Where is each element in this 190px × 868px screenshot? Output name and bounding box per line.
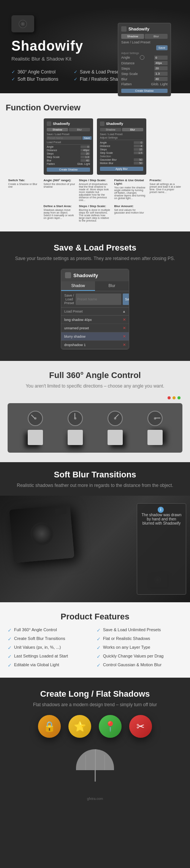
clock-hand-3 <box>155 418 160 418</box>
fp1-flatten-l: Flatten <box>47 163 55 165</box>
fp1-blur-l: Blur <box>47 159 51 162</box>
fp2-steps: Steps15 <box>100 148 143 151</box>
preset-save-button[interactable]: Save <box>123 294 129 305</box>
fp1-gl-l: Glob. Light <box>77 163 90 165</box>
feature-item-0: ✓ Full 360° Angle Control <box>8 627 93 633</box>
fp1-angle-v: 0 <box>81 145 90 148</box>
info-icon: i <box>158 507 164 513</box>
hero-panel: Shadowify Shadow Blur Save / Load Preset… <box>118 23 171 96</box>
hero-features-list: ✓ 360° Angle Control ✓ Save & Load Prese… <box>11 69 128 82</box>
desc-presets-title: Presets: <box>150 179 182 182</box>
preset-item-name-0: long shadow 40px <box>64 318 92 322</box>
feature-check-0: ✓ <box>8 627 12 633</box>
preset-save-btn[interactable]: Save <box>82 136 92 140</box>
distance-label: Distance <box>121 61 135 65</box>
fp1-blur-v: 40 <box>81 159 90 162</box>
feature-check-2: ✓ <box>8 636 12 642</box>
create-title: Create Long / Flat Shadows <box>8 689 182 699</box>
watermark-text: gfxtra.com <box>87 797 103 801</box>
feature-item-9: ✓ Control Gaussian & Motion Blur <box>97 662 182 668</box>
desc-area-text: Shadows always move away from an object.… <box>44 209 76 219</box>
clock-hand-0 <box>31 415 35 419</box>
save-load-label: Save / Load Preset <box>121 40 150 44</box>
feature-text-9: Control Gaussian & Motion Blur <box>103 662 162 667</box>
angle-dial[interactable] <box>140 55 144 60</box>
panel-tab-blur[interactable]: Blur <box>145 34 168 39</box>
func-tab-shadow[interactable]: Shadow <box>47 128 68 131</box>
step-scale-input[interactable] <box>154 72 168 76</box>
preset-item-3[interactable]: dropshadow 1 ✕ <box>61 341 129 349</box>
desc-blur-amount: Blur Amount: Set end values for gaussian… <box>114 204 147 222</box>
angle-item-0 <box>28 411 43 445</box>
func-tab2-blur[interactable]: Blur <box>122 128 143 131</box>
create-shadow-btn[interactable]: Create Shadow <box>47 168 90 172</box>
preset-item-0[interactable]: long shadow 40px ✕ <box>61 316 129 324</box>
angle-label: Angle <box>121 56 130 59</box>
flatten-row: Flatten Glob. Light <box>121 82 168 86</box>
steps-input[interactable] <box>154 66 168 70</box>
angle-subtitle: You aren't limited to specific direction… <box>6 383 184 389</box>
feature-text-0: Full 360° Angle Control <box>14 627 57 632</box>
angle-title: Full 360° Angle Control <box>6 370 184 380</box>
preset-delete-3[interactable]: ✕ <box>123 343 126 347</box>
preset-name-field[interactable] <box>47 136 82 140</box>
function-descriptions: Switch Tab: Create a Shadow or Blur one … <box>6 179 184 222</box>
func-tab-blur[interactable]: Blur <box>69 128 90 131</box>
save-button[interactable]: Save <box>156 45 168 50</box>
feature-item-7: ✓ Quickly Change Values per Drag <box>97 654 182 659</box>
icon-item-scissors: ✂ <box>129 715 152 738</box>
preset-panel: Shadowify Shadow Blur Save / Load Preset… <box>61 269 129 349</box>
func-panel-1-icon <box>47 121 51 126</box>
desc-switch-tab: Switch Tab: Create a Shadow or Blur one <box>8 179 41 201</box>
feature-item-4: ✓ Unit Values (px, in, %, ...) <box>8 645 93 651</box>
preset-delete-1[interactable]: ✕ <box>123 326 126 330</box>
umbrella-left-ridge <box>86 755 86 770</box>
feature-text-8: Editable via Global Light <box>14 662 59 667</box>
save-load-preset-label: Save / Load Preset <box>64 294 74 305</box>
presets-section: Save & Load Presets Save your favorite s… <box>0 231 190 361</box>
camera-lens-main <box>29 521 54 546</box>
icon-item-lock: 🔒 <box>38 715 61 738</box>
fp2-stepscale: Step Scale1.5 <box>100 152 143 154</box>
angle-section: Full 360° Angle Control You aren't limit… <box>0 361 190 462</box>
preset-tab-blur[interactable]: Blur <box>95 281 129 291</box>
preset-panel-header: Shadowify <box>61 269 129 281</box>
create-shadow-button[interactable]: Create Shadow <box>121 89 168 93</box>
adjust-label: Adjust Settings <box>121 52 168 54</box>
feature-item-5: ✓ Works on any Layer Type <box>97 645 182 651</box>
preset-item-1[interactable]: unnamed preset ✕ <box>61 324 129 332</box>
desc-angle-title: Angle (360° range): <box>44 179 76 182</box>
features-title: Product Features <box>8 612 182 622</box>
panel-logo <box>121 26 127 32</box>
fp2-steps-l: Steps <box>100 148 107 151</box>
blur-input[interactable] <box>154 77 168 81</box>
apply-blur-btn[interactable]: Apply Blur <box>100 167 143 171</box>
feature-check-6: ✓ <box>8 654 12 659</box>
feature-check-1: ✓ <box>97 627 101 633</box>
preset-item-2[interactable]: blurry shadow ✕ <box>61 332 129 341</box>
blur-subtitle: Realistic shadows feather out more in re… <box>8 483 182 488</box>
check-icon-2: ✓ <box>74 69 78 75</box>
fp2-motion-v: 50 <box>134 162 143 164</box>
p2-save-load: Save / Load Preset <box>100 133 143 136</box>
panel-tab-shadow[interactable]: Shadow <box>121 34 144 39</box>
function-overview-title: Function Overview <box>6 103 184 113</box>
feature-item-6: ✓ Last Settings Loaded at Start <box>8 654 93 659</box>
fp1-steps-l: Steps <box>47 152 54 155</box>
preset-name-input[interactable] <box>76 294 121 305</box>
preset-delete-0[interactable]: ✕ <box>123 318 126 322</box>
presets-title: Save & Load Presets <box>8 243 182 253</box>
dot-yellow <box>173 396 176 399</box>
func-panel-1-header: Shadowify <box>47 121 90 126</box>
preset-tab-shadow[interactable]: Shadow <box>61 281 95 291</box>
angle-input[interactable] <box>154 56 168 60</box>
desc-bamount-title: Blur Amount: <box>114 204 147 208</box>
feature-text-4: Unit Values (px, in, %, ...) <box>14 645 61 649</box>
preset-delete-2[interactable]: ✕ <box>123 334 126 338</box>
camera-viewfinder <box>55 508 66 515</box>
blur-title: Soft Blur Transitions <box>8 470 182 480</box>
icon-item-star: ⭐ <box>68 715 91 738</box>
func-tab2-shadow[interactable]: Shadow <box>100 128 121 131</box>
distance-input[interactable] <box>154 61 168 65</box>
features-section: Product Features ✓ Full 360° Angle Contr… <box>0 602 190 678</box>
